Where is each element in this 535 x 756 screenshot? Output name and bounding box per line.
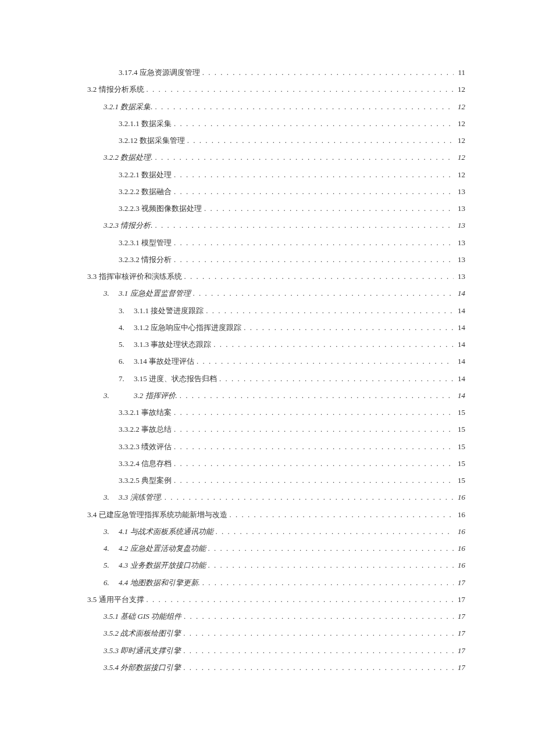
toc-label: 3.5.1 基础 GIS 功能组件 (104, 608, 181, 625)
toc-leader-dots (185, 132, 454, 149)
toc-entry[interactable]: 3.3 指挥审核评价和演练系统13 (87, 268, 465, 285)
toc-page-number: 13 (454, 234, 465, 251)
toc-entry[interactable]: 3.3.2.5 典型案例15 (87, 472, 465, 489)
toc-leader-dots (181, 659, 454, 676)
toc-leader-dots (227, 506, 454, 523)
toc-entry[interactable]: 4.4.2 应急处置活动复盘功能16 (87, 540, 465, 557)
toc-leader-dots (153, 149, 454, 166)
toc-entry[interactable]: 3.5.2 战术面板绘图引擎17 (87, 625, 465, 642)
toc-page-number: 12 (454, 81, 465, 98)
toc-entry[interactable]: 3.3.1.1 接处警进度跟踪14 (87, 302, 465, 319)
toc-entry[interactable]: 3.17.4 应急资源调度管理11 (87, 64, 465, 81)
toc-leader-dots (177, 387, 454, 404)
toc-leader-dots (172, 234, 454, 251)
toc-page-number: 12 (454, 115, 465, 132)
toc-label: 3.2.2.1 数据处理 (119, 166, 172, 183)
toc-leader-dots (241, 319, 454, 336)
toc-list-number: 3. (104, 285, 119, 302)
toc-label: 3.2.2 数据处理. (104, 149, 153, 166)
toc-entry[interactable]: 3.3.2 指挥评价.14 (87, 387, 465, 404)
toc-entry[interactable]: 3.3.3 演练管理.16 (87, 489, 465, 506)
toc-entry[interactable]: 6.3.14 事故处理评估14 (87, 353, 465, 370)
toc-page-number: 17 (454, 608, 465, 625)
toc-entry[interactable]: 3.2.1 数据采集.12 (87, 98, 465, 115)
toc-page-number: 16 (454, 523, 465, 540)
toc-page-number: 16 (454, 540, 465, 557)
toc-entry[interactable]: 3.2.12 数据采集管理12 (87, 132, 465, 149)
toc-leader-dots (172, 115, 454, 132)
toc-leader-dots (182, 268, 454, 285)
toc-entry[interactable]: 3.3.2.1 事故结案15 (87, 404, 465, 421)
toc-page-number: 13 (454, 200, 465, 217)
toc-entry[interactable]: 3.3.2.4 信息存档15 (87, 455, 465, 472)
toc-leader-dots (202, 200, 454, 217)
toc-entry[interactable]: 5.4.3 业务数据开放接口功能16 (87, 557, 465, 574)
toc-list-number: 3. (104, 523, 119, 540)
toc-entry[interactable]: 3.3.2.3 绩效评估15 (87, 438, 465, 455)
toc-label: 3.2.3.2 情报分析 (119, 251, 172, 268)
toc-label: 3.2.3.1 模型管理 (119, 234, 172, 251)
toc-label: 3.3.2.4 信息存档 (119, 455, 172, 472)
toc-label: 3.3.2 指挥评价. (104, 387, 177, 404)
toc-page-number: 13 (454, 217, 465, 234)
toc-entry[interactable]: 3.2.2 数据处理.12 (87, 149, 465, 166)
toc-label: 3.5.4 外部数据接口引擎 (104, 659, 181, 676)
toc-label: 3.2.2.2 数据融合 (119, 183, 172, 200)
toc-leader-dots (200, 574, 454, 591)
toc-label: 3.3 指挥审核评价和演练系统 (87, 268, 182, 285)
toc-entry[interactable]: 3.4 已建应急管理指挥系统功能新增与改造16 (87, 506, 465, 523)
toc-entry[interactable]: 3.3.2.2 事故总结15 (87, 421, 465, 438)
toc-entry[interactable]: 3.5.1 基础 GIS 功能组件17 (87, 608, 465, 625)
toc-entry[interactable]: 4.3.1.2 应急响应中心指挥进度跟踪14 (87, 319, 465, 336)
toc-leader-dots (172, 166, 454, 183)
toc-entry[interactable]: 3.4.1 与战术面板系统通讯功能16 (87, 523, 465, 540)
toc-entry[interactable]: 7.3.15 进度、状态报告归档14 (87, 370, 465, 387)
toc-entry[interactable]: 3.3.1 应急处置监督管理14 (87, 285, 465, 302)
toc-entry[interactable]: 6.4.4 地图数据和引擎更新.17 (87, 574, 465, 591)
toc-label: 7.3.15 进度、状态报告归档 (119, 370, 217, 387)
toc-leader-dots (181, 625, 454, 642)
toc-page-number: 17 (454, 591, 465, 608)
toc-label: 3.2.1.1 数据采集 (119, 115, 172, 132)
toc-list-number: 3. (104, 387, 119, 404)
toc-page-number: 17 (454, 625, 465, 642)
toc-list-number: 5. (119, 336, 134, 353)
toc-entry[interactable]: 3.2.2.2 数据融合13 (87, 183, 465, 200)
toc-page-number: 12 (454, 98, 465, 115)
toc-list-number: 3. (119, 302, 134, 319)
toc-entry[interactable]: 3.2.3.2 情报分析13 (87, 251, 465, 268)
toc-entry[interactable]: 3.2.3 情报分析.13 (87, 217, 465, 234)
toc-entry[interactable]: 3.2 情报分析系统12 (87, 81, 465, 98)
toc-leader-dots (191, 285, 454, 302)
toc-leader-dots (144, 81, 454, 98)
toc-label: 5.4.3 业务数据开放接口功能 (104, 557, 206, 574)
toc-entry[interactable]: 3.5 通用平台支撑17 (87, 591, 465, 608)
toc-leader-dots (206, 540, 454, 557)
toc-page-number: 16 (454, 489, 465, 506)
toc-entry[interactable]: 3.2.1.1 数据采集12 (87, 115, 465, 132)
toc-entry[interactable]: 3.2.2.1 数据处理12 (87, 166, 465, 183)
toc-label: 3.4 已建应急管理指挥系统功能新增与改造 (87, 506, 227, 523)
toc-page-number: 14 (454, 387, 465, 404)
toc-label: 4.4.2 应急处置活动复盘功能 (104, 540, 206, 557)
toc-list-number: 6. (119, 353, 134, 370)
toc-entry[interactable]: 3.5.3 即时通讯支撑引擎17 (87, 642, 465, 659)
toc-entry[interactable]: 3.2.3.1 模型管理13 (87, 234, 465, 251)
toc-page-number: 12 (454, 132, 465, 149)
toc-entry[interactable]: 3.5.4 外部数据接口引擎17 (87, 659, 465, 676)
toc-label: 3.2.2.3 视频图像数据处理 (119, 200, 202, 217)
toc-leader-dots (172, 183, 454, 200)
toc-page-number: 14 (454, 353, 465, 370)
toc-label: 3.3.2.3 绩效评估 (119, 438, 172, 455)
toc-entry[interactable]: 3.2.2.3 视频图像数据处理13 (87, 200, 465, 217)
toc-entry[interactable]: 5.3.1.3 事故处理状态跟踪14 (87, 336, 465, 353)
toc-leader-dots (181, 642, 454, 659)
toc-page-number: 14 (454, 336, 465, 353)
toc-label: 3.5.2 战术面板绘图引擎 (104, 625, 181, 642)
toc-label: 3.5.3 即时通讯支撑引擎 (104, 642, 181, 659)
toc-label: 3.3.2.5 典型案例 (119, 472, 172, 489)
toc-list-number: 7. (119, 370, 134, 387)
toc-leader-dots (217, 370, 454, 387)
toc-leader-dots (172, 251, 454, 268)
toc-leader-dots (144, 591, 454, 608)
